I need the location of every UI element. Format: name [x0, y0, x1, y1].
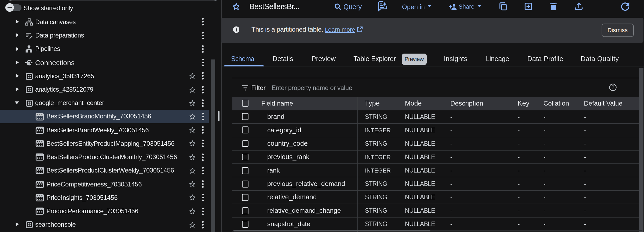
svg-text:?: ? — [612, 85, 614, 90]
